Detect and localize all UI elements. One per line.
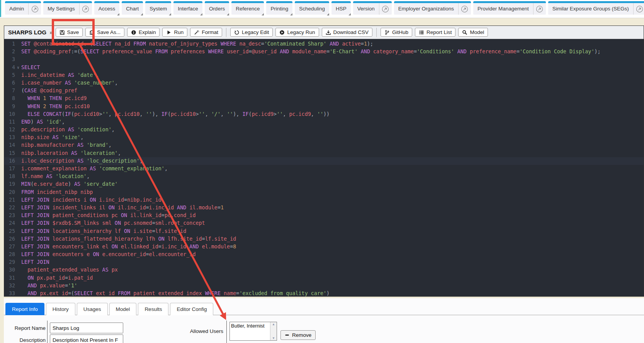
code-line-11: 11END) AS 'icd', <box>4 118 644 126</box>
code-text: SET @coding_pref:=(SELECT preference_val… <box>21 48 601 56</box>
code-text: ON px.pat_id=i.pat_id <box>21 274 93 282</box>
explain-button[interactable]: Explain <box>127 28 160 37</box>
nav-tab-hsp[interactable]: HSP <box>331 1 351 15</box>
gutter-spacer <box>15 180 21 188</box>
legacy-run-button[interactable]: Legacy Run <box>275 28 319 37</box>
line-number: 4 <box>4 64 15 71</box>
tab-results[interactable]: Results <box>138 303 168 315</box>
open-new-window-icon[interactable] <box>533 3 546 15</box>
save-as-button[interactable]: Save As... <box>85 28 124 37</box>
open-new-window-icon[interactable] <box>28 3 41 15</box>
nav-tab-access[interactable]: Access <box>94 1 120 15</box>
play-icon <box>166 30 172 35</box>
nav-tab-chart[interactable]: Chart <box>122 1 143 15</box>
nav-tab-admin[interactable]: Admin <box>5 1 41 15</box>
nav-tab-employer-organizations[interactable]: Employer Organizations <box>394 1 471 15</box>
nav-tab-label[interactable]: Interface <box>173 3 202 15</box>
allowed-user-option[interactable]: Butler, Internist <box>230 322 270 329</box>
nav-tab-orders[interactable]: Orders <box>205 1 229 15</box>
code-text: lf.name AS 'location', <box>21 173 90 180</box>
code-text: AND px.ext_id=(SELECT ext_id FROM patien… <box>21 290 330 296</box>
line-number: 5 <box>4 71 15 79</box>
breadcrumb[interactable]: SHARPS LOG » <box>8 29 53 36</box>
open-new-window-icon[interactable] <box>79 3 92 15</box>
bottom-panel: Report InfoHistoryUsagesModelResultsEdit… <box>4 298 644 343</box>
report-list-button[interactable]: Report List <box>415 28 455 37</box>
open-new-window-icon[interactable] <box>379 3 392 15</box>
report-name-input[interactable] <box>50 323 123 333</box>
tab-model[interactable]: Model <box>109 303 137 315</box>
nav-tab-label[interactable]: Provider Management <box>473 3 533 15</box>
gutter-spacer <box>15 258 21 266</box>
button-label: GitHub <box>392 29 408 35</box>
code-line-33: 33 AND px.ext_id=(SELECT ext_id FROM pat… <box>4 290 644 296</box>
nav-tab-label[interactable]: Version <box>353 3 379 15</box>
gutter-spacer <box>15 219 21 227</box>
fold-arrow-icon[interactable]: ∨ <box>15 64 21 71</box>
nav-tab-label[interactable]: Scheduling <box>295 3 329 15</box>
line-number: 28 <box>4 251 15 258</box>
sql-code-editor[interactable]: 1SET @contaminated_id:=(SELECT na_id FRO… <box>4 39 644 296</box>
code-line-32: 32 AND px.value='1' <box>4 282 644 290</box>
nav-tab-provider-management[interactable]: Provider Management <box>473 1 546 15</box>
nav-tab-label[interactable]: Reference <box>231 3 264 15</box>
nav-tab-label[interactable]: Chart <box>122 3 143 15</box>
info-icon <box>131 30 136 35</box>
nav-tab-label[interactable]: HSP <box>331 3 351 15</box>
line-number: 31 <box>4 274 15 282</box>
button-label: Format <box>202 29 218 35</box>
nav-tab-reference[interactable]: Reference <box>231 1 264 15</box>
code-line-15: 15nibp.laceration AS 'laceration', <box>4 149 644 157</box>
line-number: 8 <box>4 95 15 102</box>
line-number: 6 <box>4 79 15 87</box>
gutter-spacer <box>15 204 21 212</box>
nav-tab-label[interactable]: My Settings <box>43 3 79 15</box>
nav-tab-system[interactable]: System <box>145 1 171 15</box>
nav-tab-label[interactable]: Similar Exposure Groups (SEGs) <box>548 3 633 15</box>
nav-tab-label[interactable]: Employer Organizations <box>394 3 458 15</box>
scroll-down-icon[interactable]: ▼ <box>272 336 275 340</box>
code-line-4: 4∨SELECT <box>4 64 644 71</box>
legacy-edit-button[interactable]: Legacy Edit <box>230 28 273 37</box>
nav-tab-label[interactable]: Orders <box>205 3 229 15</box>
tab-history[interactable]: History <box>46 303 75 315</box>
code-line-14: 14nibp.manufacturer AS 'brand', <box>4 141 644 149</box>
nav-tab-label[interactable]: System <box>145 3 171 15</box>
run-button[interactable]: Run <box>162 28 187 37</box>
report-name-label: Report Name <box>4 325 46 331</box>
breadcrumb-chevron[interactable]: » <box>49 29 53 36</box>
nav-tab-printing[interactable]: Printing <box>266 1 292 15</box>
nav-tab-my-settings[interactable]: My Settings <box>43 1 92 15</box>
open-new-window-icon[interactable] <box>633 3 644 15</box>
tab-editor-config[interactable]: Editor Config <box>170 303 213 315</box>
allowed-users-listbox[interactable]: Butler, Internist ▲ ▼ <box>229 322 277 341</box>
code-text: nibp.size AS 'size', <box>21 134 83 141</box>
code-text: LEFT JOIN $rxdb$.SM_links sml ON pc.snom… <box>21 219 205 227</box>
form-divider <box>226 321 227 343</box>
code-line-5: 5i.inc_datetime AS 'date', <box>4 71 644 79</box>
code-text: ELSE CONCAT(IF(pc.icd10>'', pc.icd10, ''… <box>21 110 330 118</box>
open-new-window-icon[interactable] <box>458 3 471 15</box>
line-number: 20 <box>4 188 15 196</box>
listbox-scrollbar[interactable]: ▲ ▼ <box>270 322 277 340</box>
nav-tab-similar-exposure-groups-segs[interactable]: Similar Exposure Groups (SEGs) <box>548 1 644 15</box>
nav-tab-interface[interactable]: Interface <box>173 1 202 15</box>
scroll-up-icon[interactable]: ▲ <box>272 323 275 326</box>
model-button[interactable]: Model <box>458 28 488 37</box>
line-number: 23 <box>4 212 15 219</box>
download-csv-button[interactable]: Download CSV <box>322 28 373 37</box>
description-input[interactable] <box>50 335 123 343</box>
tab-usages[interactable]: Usages <box>77 303 108 315</box>
format-button[interactable]: Format <box>190 28 222 37</box>
github-button[interactable]: GitHub <box>381 28 412 37</box>
nav-tab-scheduling[interactable]: Scheduling <box>295 1 329 15</box>
remove-user-button[interactable]: Remove <box>280 330 316 340</box>
nav-tab-label[interactable]: Admin <box>5 3 28 15</box>
nav-tab-version[interactable]: Version <box>353 1 392 15</box>
nav-tab-label[interactable]: Printing <box>266 3 292 15</box>
nav-tab-label[interactable]: Access <box>94 3 120 15</box>
line-number: 16 <box>4 157 15 165</box>
tab-report-info[interactable]: Report Info <box>5 303 44 315</box>
save-button[interactable]: Save <box>56 28 83 37</box>
button-label: Report List <box>427 29 452 35</box>
